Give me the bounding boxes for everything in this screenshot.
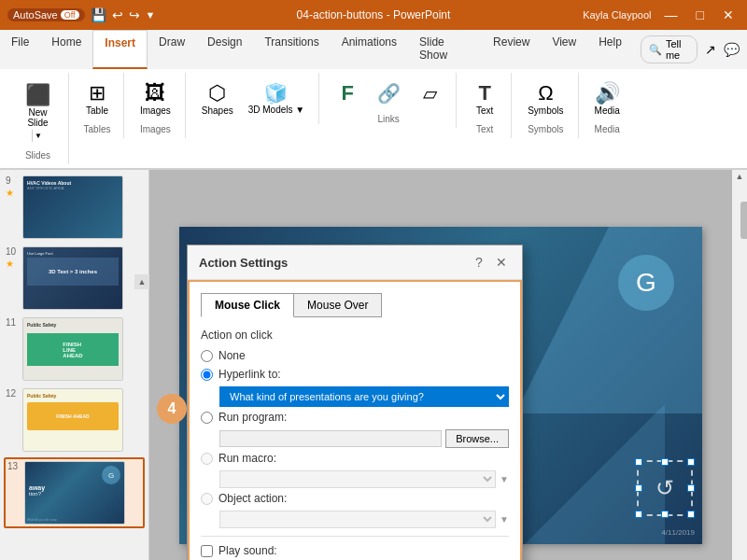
text-button[interactable]: T Text bbox=[466, 77, 503, 120]
maximize-button[interactable]: □ bbox=[691, 6, 710, 24]
option-none-label: None bbox=[218, 349, 246, 362]
dialog-title-bar: Action Settings ? ✕ bbox=[188, 245, 522, 280]
object-action-dropdown-arrow: ▼ bbox=[500, 514, 509, 525]
comments-icon[interactable]: 💬 bbox=[724, 42, 740, 57]
autosave-state: Off bbox=[61, 10, 79, 20]
tell-me-label: Tell me bbox=[666, 38, 689, 61]
minimize-button[interactable]: — bbox=[659, 6, 684, 24]
run-program-input-row: Browse... bbox=[219, 429, 509, 448]
ribbon-group-links: F 🔗 ▱ Links bbox=[321, 73, 457, 128]
new-slide-button[interactable]: ⬛ NewSlide ▼ bbox=[15, 77, 61, 147]
browse-button[interactable]: Browse... bbox=[445, 429, 509, 448]
title-bar-right: Kayla Claypool — □ ✕ bbox=[583, 6, 740, 24]
option-none-row: None bbox=[201, 349, 509, 362]
option-object-action-radio bbox=[201, 493, 213, 505]
text-group-label: Text bbox=[476, 120, 493, 134]
symbols-button[interactable]: Ω Symbols bbox=[521, 77, 570, 120]
tab-help[interactable]: Help bbox=[587, 30, 633, 69]
step-4-circle: 4 bbox=[157, 394, 187, 424]
option-hyperlink-radio[interactable] bbox=[201, 369, 213, 381]
symbols-group-label: Symbols bbox=[528, 120, 563, 134]
tab-home[interactable]: Home bbox=[40, 30, 92, 69]
search-icon: 🔍 bbox=[649, 44, 662, 56]
dialog-tab-mouse-over[interactable]: Mouse Over bbox=[293, 293, 382, 317]
tab-design[interactable]: Design bbox=[196, 30, 253, 69]
media-button[interactable]: 🔊 Media bbox=[588, 77, 627, 120]
tables-group-label: Tables bbox=[84, 120, 111, 134]
dialog-controls: ? ✕ bbox=[470, 253, 511, 272]
close-button[interactable]: ✕ bbox=[717, 6, 740, 24]
tab-insert[interactable]: Insert bbox=[92, 30, 148, 69]
ribbon: File Home Insert Draw Design Transitions… bbox=[0, 30, 747, 170]
option-run-program-radio[interactable] bbox=[201, 412, 213, 424]
tell-me-input[interactable]: 🔍 Tell me bbox=[641, 35, 698, 63]
redo-icon[interactable]: ↪ bbox=[129, 7, 140, 22]
option-run-macro-radio bbox=[201, 453, 213, 465]
dialog-tabs: Mouse Click Mouse Over bbox=[201, 293, 509, 317]
ribbon-tabs: File Home Insert Draw Design Transitions… bbox=[0, 30, 747, 69]
option-hyperlink-label: Hyperlink to: bbox=[218, 368, 281, 381]
new-slide-dropdown-arrow[interactable]: ▼ bbox=[32, 130, 44, 142]
play-sound-label: Play sound: bbox=[218, 544, 277, 557]
links-group-label: Links bbox=[378, 110, 400, 124]
option-hyperlink-row: Hyperlink to: bbox=[201, 368, 509, 381]
play-sound-checkbox[interactable] bbox=[201, 545, 213, 557]
tab-slideshow[interactable]: Slide Show bbox=[408, 30, 482, 69]
tab-file[interactable]: File bbox=[0, 30, 40, 69]
ribbon-group-symbols: Ω Symbols Symbols bbox=[514, 73, 578, 138]
forms-button[interactable]: F bbox=[329, 77, 366, 110]
table-button[interactable]: ⊞ Table bbox=[78, 77, 116, 120]
window-title: 04-action-buttons - PowerPoint bbox=[297, 8, 451, 21]
dialog-close-button[interactable]: ✕ bbox=[492, 253, 511, 272]
slides-group-label: Slides bbox=[25, 147, 50, 161]
object-action-input-row: ▼ bbox=[219, 511, 509, 528]
media-group-label: Media bbox=[595, 120, 620, 134]
title-bar: AutoSave Off 💾 ↩ ↪ ▼ 04-action-buttons -… bbox=[0, 0, 747, 30]
autosave-toggle[interactable]: AutoSave Off bbox=[7, 8, 85, 21]
dialog-body: Mouse Click Mouse Over Action on click N… bbox=[188, 280, 522, 560]
ribbon-group-tables: ⊞ Table Tables bbox=[71, 73, 124, 138]
run-macro-dropdown-arrow: ▼ bbox=[500, 474, 509, 484]
action-button[interactable]: ▱ bbox=[411, 77, 448, 109]
user-name: Kayla Claypool bbox=[583, 9, 651, 21]
option-none-radio[interactable] bbox=[201, 350, 213, 362]
share-icon[interactable]: ↗ bbox=[705, 42, 716, 57]
ribbon-group-shapes: ⬡ Shapes 🧊 3D Models ▼ bbox=[188, 73, 319, 124]
tab-review[interactable]: Review bbox=[482, 30, 541, 69]
option-run-program-row: Run program: bbox=[201, 411, 509, 424]
dialog-title: Action Settings bbox=[199, 256, 288, 270]
hyperlink-dropdown-row: What kind of presentations are you givin… bbox=[219, 386, 509, 407]
run-program-input[interactable] bbox=[219, 430, 442, 447]
option-run-macro-row: Run macro: bbox=[201, 452, 509, 465]
ribbon-group-text: T Text Text bbox=[458, 73, 512, 138]
action-settings-dialog: Action Settings ? ✕ Mouse Click Mouse Ov… bbox=[187, 245, 523, 560]
tab-transitions[interactable]: Transitions bbox=[253, 30, 330, 69]
images-button[interactable]: 🖼 Images bbox=[134, 77, 177, 120]
ribbon-group-images: 🖼 Images Images bbox=[126, 73, 186, 138]
3d-models-button[interactable]: 🧊 3D Models ▼ bbox=[242, 77, 311, 119]
object-action-select bbox=[219, 511, 496, 528]
autosave-label: AutoSave bbox=[13, 9, 58, 21]
images-group-label: Images bbox=[140, 120, 171, 134]
action-on-click-label: Action on click bbox=[201, 329, 509, 342]
tab-view[interactable]: View bbox=[541, 30, 587, 69]
dialog-help-button[interactable]: ? bbox=[470, 253, 488, 272]
ribbon-group-slides: ⬛ NewSlide ▼ Slides bbox=[7, 73, 69, 164]
option-object-action-label: Object action: bbox=[218, 492, 287, 505]
shapes-button[interactable]: ⬡ Shapes bbox=[195, 77, 240, 120]
undo-icon[interactable]: ↩ bbox=[112, 7, 123, 22]
dialog-tab-mouse-click[interactable]: Mouse Click bbox=[201, 293, 294, 317]
more-icon[interactable]: ▼ bbox=[146, 9, 156, 21]
title-bar-left: AutoSave Off 💾 ↩ ↪ ▼ bbox=[7, 7, 155, 22]
tab-draw[interactable]: Draw bbox=[148, 30, 196, 69]
tab-animations[interactable]: Animations bbox=[331, 30, 408, 69]
run-macro-select bbox=[219, 470, 496, 488]
hyperlink-select[interactable]: What kind of presentations are you givin… bbox=[219, 386, 509, 407]
play-sound-row: Play sound: bbox=[201, 544, 509, 557]
ribbon-group-media: 🔊 Media Media bbox=[581, 73, 634, 138]
save-icon[interactable]: 💾 bbox=[91, 7, 106, 22]
ribbon-content: ⬛ NewSlide ▼ Slides ⊞ Table Tables bbox=[0, 69, 747, 169]
link-button[interactable]: 🔗 bbox=[370, 77, 407, 109]
option-run-macro-label: Run macro: bbox=[218, 452, 276, 465]
option-object-action-row: Object action: bbox=[201, 492, 509, 505]
